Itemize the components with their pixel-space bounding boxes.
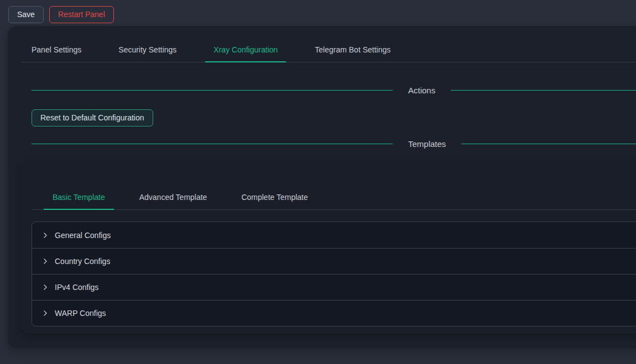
chevron-right-icon — [42, 232, 49, 239]
divider-line — [32, 90, 393, 91]
tab-xray-configuration[interactable]: Xray Configuration — [205, 39, 286, 62]
config-collapse-group: General Configs Country Configs IPv4 Con… — [32, 221, 636, 326]
collapse-label: IPv4 Configs — [55, 283, 98, 292]
top-action-bar: Save Restart Panel — [0, 0, 636, 26]
tab-advanced-template[interactable]: Advanced Template — [131, 186, 216, 210]
collapse-label: WARP Configs — [55, 309, 106, 318]
save-button[interactable]: Save — [8, 6, 44, 23]
collapse-ipv4-configs[interactable]: IPv4 Configs — [32, 274, 636, 300]
collapse-country-configs[interactable]: Country Configs — [32, 248, 636, 274]
collapse-warp-configs[interactable]: WARP Configs — [32, 300, 636, 326]
chevron-right-icon — [42, 258, 49, 265]
tab-panel-settings[interactable]: Panel Settings — [23, 39, 90, 62]
divider-line — [451, 90, 636, 91]
chevron-right-icon — [42, 284, 49, 291]
divider-line — [461, 144, 636, 144]
tab-complete-template[interactable]: Complete Template — [232, 186, 316, 210]
actions-divider-label: Actions — [408, 86, 435, 95]
settings-tabbar: Panel Settings Security Settings Xray Co… — [21, 26, 636, 62]
collapse-general-configs[interactable]: General Configs — [32, 222, 636, 248]
templates-divider-label: Templates — [408, 139, 446, 149]
tab-telegram-bot-settings[interactable]: Telegram Bot Settings — [306, 39, 399, 62]
reset-to-default-button[interactable]: Reset to Default Configuration — [32, 109, 153, 126]
actions-divider: Actions — [32, 84, 636, 96]
templates-tabbar: Basic Template Advanced Template Complet… — [32, 186, 636, 210]
collapse-label: Country Configs — [55, 257, 110, 266]
templates-divider: Templates — [32, 138, 636, 150]
collapse-label: General Configs — [55, 231, 111, 240]
xray-configuration-pane: Actions Reset to Default Configuration T… — [8, 84, 636, 334]
divider-line — [32, 144, 393, 144]
chevron-right-icon — [42, 310, 49, 316]
templates-card: Basic Template Advanced Template Complet… — [20, 161, 636, 334]
restart-panel-button[interactable]: Restart Panel — [49, 6, 114, 23]
tab-basic-template[interactable]: Basic Template — [44, 186, 114, 210]
tab-security-settings[interactable]: Security Settings — [110, 39, 185, 62]
settings-card: Panel Settings Security Settings Xray Co… — [8, 26, 636, 348]
